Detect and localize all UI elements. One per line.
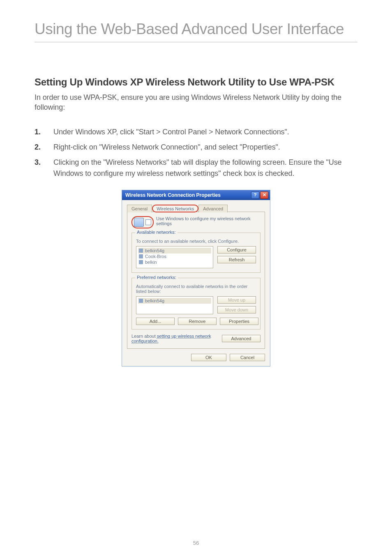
available-networks-list: belkin54g Cook-Bros belkin xyxy=(136,246,213,268)
learn-about-text: Learn about setting up wireless network … xyxy=(131,334,218,343)
page-number: 56 xyxy=(0,540,392,546)
page-title: Using the Web-Based Advanced User Interf… xyxy=(35,21,357,38)
refresh-button: Refresh xyxy=(217,256,256,263)
ok-button: OK xyxy=(191,354,226,361)
step-text: Clicking on the "Wireless Networks" tab … xyxy=(53,158,341,177)
preferred-networks-note: Automatically connect to available netwo… xyxy=(136,284,256,294)
preferred-networks-title: Preferred networks: xyxy=(135,275,178,280)
list-item: 1. Under Windows XP, click "Start > Cont… xyxy=(35,127,357,138)
move-down-button: Move down xyxy=(217,306,256,313)
preferred-networks-list: belkin54g xyxy=(136,296,213,314)
available-networks-group: Available networks: To connect to an ava… xyxy=(131,233,261,273)
available-networks-note: To connect to an available network, clic… xyxy=(136,239,256,244)
checkbox-icon xyxy=(145,219,151,225)
section-heading: Setting Up Windows XP Wireless Network U… xyxy=(35,76,357,88)
step-text: Under Windows XP, click "Start > Control… xyxy=(53,128,289,136)
use-windows-checkbox-label: Use Windows to configure my wireless net… xyxy=(156,216,261,226)
list-item: belkin54g xyxy=(138,298,211,304)
tab-general: General xyxy=(127,205,152,212)
antenna-icon xyxy=(139,260,143,264)
step-text: Right-click on "Wireless Network Connect… xyxy=(53,143,280,151)
step-number: 2. xyxy=(35,142,41,153)
dialog-title: Wireless Network Connection Properties xyxy=(125,192,221,198)
help-icon: ? xyxy=(251,191,259,199)
steps-list: 1. Under Windows XP, click "Start > Cont… xyxy=(35,127,357,179)
step-number: 1. xyxy=(35,127,41,138)
antenna-icon xyxy=(139,299,143,303)
antenna-icon xyxy=(139,249,143,253)
section-intro: In order to use WPA-PSK, ensure you are … xyxy=(35,92,357,113)
configure-button: Configure xyxy=(217,246,256,253)
advanced-button: Advanced xyxy=(222,335,261,342)
list-item: belkin xyxy=(138,259,211,265)
list-item: Cook-Bros xyxy=(138,253,211,259)
list-item: 3. Clicking on the "Wireless Networks" t… xyxy=(35,157,357,179)
dialog-titlebar: Wireless Network Connection Properties ?… xyxy=(122,190,270,200)
highlight-circle xyxy=(131,216,154,228)
monitor-icon xyxy=(134,218,144,227)
step-number: 3. xyxy=(35,157,41,168)
move-up-button: Move up xyxy=(217,296,256,304)
properties-button: Properties xyxy=(220,318,258,325)
close-icon: ✕ xyxy=(260,191,268,199)
remove-button: Remove xyxy=(178,318,217,325)
preferred-networks-group: Preferred networks: Automatically connec… xyxy=(131,278,261,330)
list-item: belkin54g xyxy=(138,248,211,253)
title-divider xyxy=(35,42,357,42)
antenna-icon xyxy=(139,254,143,258)
tab-advanced: Advanced xyxy=(198,205,228,212)
cancel-button: Cancel xyxy=(230,354,265,361)
list-item: 2. Right-click on "Wireless Network Conn… xyxy=(35,142,357,153)
available-networks-title: Available networks: xyxy=(135,230,178,235)
tab-wireless-networks: Wireless Networks xyxy=(152,205,198,212)
screenshot-dialog: Wireless Network Connection Properties ?… xyxy=(122,190,270,366)
add-button: Add... xyxy=(136,318,175,325)
dialog-tabs: General Wireless Networks Advanced xyxy=(127,204,265,212)
